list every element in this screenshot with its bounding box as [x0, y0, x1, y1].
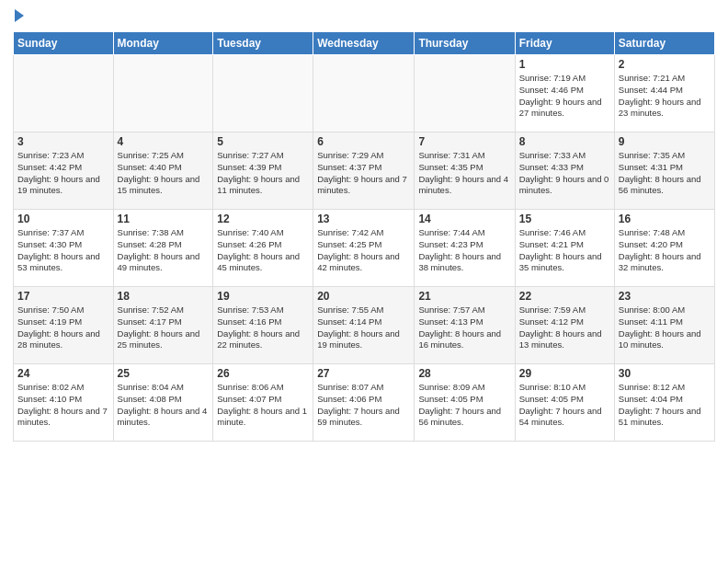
day-number: 4 — [118, 135, 210, 148]
calendar-cell: 7Sunrise: 7:31 AMSunset: 4:35 PMDaylight… — [415, 132, 515, 210]
calendar-cell — [113, 55, 213, 132]
calendar: SundayMondayTuesdayWednesdayThursdayFrid… — [13, 31, 715, 442]
calendar-cell — [415, 55, 515, 132]
day-info: Sunrise: 8:10 AMSunset: 4:05 PMDaylight:… — [519, 382, 610, 429]
day-number: 3 — [17, 135, 109, 148]
calendar-cell: 15Sunrise: 7:46 AMSunset: 4:21 PMDayligh… — [515, 210, 614, 287]
day-info: Sunrise: 8:00 AMSunset: 4:11 PMDaylight:… — [619, 304, 711, 351]
day-info: Sunrise: 8:12 AMSunset: 4:04 PMDaylight:… — [619, 382, 711, 429]
day-info: Sunrise: 8:02 AMSunset: 4:10 PMDaylight:… — [17, 382, 109, 429]
day-number: 13 — [317, 213, 410, 225]
calendar-cell: 25Sunrise: 8:04 AMSunset: 4:08 PMDayligh… — [113, 364, 213, 442]
day-info: Sunrise: 7:57 AMSunset: 4:13 PMDaylight:… — [418, 304, 510, 351]
day-number: 9 — [619, 135, 711, 148]
calendar-cell: 30Sunrise: 8:12 AMSunset: 4:04 PMDayligh… — [614, 364, 714, 442]
day-info: Sunrise: 7:59 AMSunset: 4:12 PMDaylight:… — [519, 304, 610, 351]
day-number: 26 — [217, 367, 309, 380]
day-number: 24 — [17, 367, 109, 380]
calendar-cell: 1Sunrise: 7:19 AMSunset: 4:46 PMDaylight… — [515, 55, 614, 132]
day-info: Sunrise: 7:37 AMSunset: 4:30 PMDaylight:… — [17, 227, 109, 274]
col-header-sunday: Sunday — [14, 32, 114, 55]
day-number: 29 — [519, 367, 610, 380]
calendar-cell — [14, 55, 114, 132]
day-number: 14 — [418, 213, 510, 225]
day-number: 10 — [17, 213, 109, 225]
day-info: Sunrise: 8:07 AMSunset: 4:06 PMDaylight:… — [317, 382, 410, 429]
day-number: 17 — [17, 290, 109, 303]
calendar-cell: 28Sunrise: 8:09 AMSunset: 4:05 PMDayligh… — [415, 364, 515, 442]
day-info: Sunrise: 7:25 AMSunset: 4:40 PMDaylight:… — [118, 150, 210, 197]
col-header-thursday: Thursday — [415, 32, 515, 55]
calendar-cell: 19Sunrise: 7:53 AMSunset: 4:16 PMDayligh… — [213, 287, 313, 364]
day-info: Sunrise: 7:27 AMSunset: 4:39 PMDaylight:… — [217, 150, 309, 197]
day-info: Sunrise: 7:35 AMSunset: 4:31 PMDaylight:… — [619, 150, 711, 197]
logo — [13, 9, 24, 26]
day-number: 23 — [619, 290, 711, 303]
day-number: 12 — [217, 213, 309, 225]
calendar-cell: 11Sunrise: 7:38 AMSunset: 4:28 PMDayligh… — [113, 210, 213, 287]
day-info: Sunrise: 7:21 AMSunset: 4:44 PMDaylight:… — [619, 73, 711, 120]
calendar-week-row: 3Sunrise: 7:23 AMSunset: 4:42 PMDaylight… — [14, 132, 715, 210]
day-info: Sunrise: 7:55 AMSunset: 4:14 PMDaylight:… — [317, 304, 410, 351]
calendar-cell: 3Sunrise: 7:23 AMSunset: 4:42 PMDaylight… — [14, 132, 114, 210]
day-number: 8 — [519, 135, 610, 148]
calendar-cell: 6Sunrise: 7:29 AMSunset: 4:37 PMDaylight… — [313, 132, 415, 210]
calendar-cell: 27Sunrise: 8:07 AMSunset: 4:06 PMDayligh… — [313, 364, 415, 442]
day-number: 25 — [118, 367, 210, 380]
calendar-cell: 10Sunrise: 7:37 AMSunset: 4:30 PMDayligh… — [14, 210, 114, 287]
day-info: Sunrise: 7:48 AMSunset: 4:20 PMDaylight:… — [619, 227, 711, 274]
col-header-tuesday: Tuesday — [213, 32, 313, 55]
calendar-cell: 26Sunrise: 8:06 AMSunset: 4:07 PMDayligh… — [213, 364, 313, 442]
day-info: Sunrise: 7:23 AMSunset: 4:42 PMDaylight:… — [17, 150, 109, 197]
calendar-cell: 14Sunrise: 7:44 AMSunset: 4:23 PMDayligh… — [415, 210, 515, 287]
day-number: 5 — [217, 135, 309, 148]
day-info: Sunrise: 7:38 AMSunset: 4:28 PMDaylight:… — [118, 227, 210, 274]
col-header-wednesday: Wednesday — [313, 32, 415, 55]
day-info: Sunrise: 7:31 AMSunset: 4:35 PMDaylight:… — [418, 150, 510, 197]
calendar-cell: 17Sunrise: 7:50 AMSunset: 4:19 PMDayligh… — [14, 287, 114, 364]
day-info: Sunrise: 8:09 AMSunset: 4:05 PMDaylight:… — [418, 382, 510, 429]
col-header-monday: Monday — [113, 32, 213, 55]
day-info: Sunrise: 8:04 AMSunset: 4:08 PMDaylight:… — [118, 382, 210, 429]
col-header-friday: Friday — [515, 32, 614, 55]
day-info: Sunrise: 7:33 AMSunset: 4:33 PMDaylight:… — [519, 150, 610, 197]
calendar-cell: 24Sunrise: 8:02 AMSunset: 4:10 PMDayligh… — [14, 364, 114, 442]
day-info: Sunrise: 7:52 AMSunset: 4:17 PMDaylight:… — [118, 304, 210, 351]
calendar-header-row: SundayMondayTuesdayWednesdayThursdayFrid… — [14, 32, 715, 55]
day-number: 1 — [519, 58, 610, 71]
calendar-cell: 8Sunrise: 7:33 AMSunset: 4:33 PMDaylight… — [515, 132, 614, 210]
day-number: 28 — [418, 367, 510, 380]
calendar-week-row: 1Sunrise: 7:19 AMSunset: 4:46 PMDaylight… — [14, 55, 715, 132]
day-number: 18 — [118, 290, 210, 303]
day-info: Sunrise: 8:06 AMSunset: 4:07 PMDaylight:… — [217, 382, 309, 429]
calendar-cell: 2Sunrise: 7:21 AMSunset: 4:44 PMDaylight… — [614, 55, 714, 132]
calendar-cell: 9Sunrise: 7:35 AMSunset: 4:31 PMDaylight… — [614, 132, 714, 210]
day-info: Sunrise: 7:29 AMSunset: 4:37 PMDaylight:… — [317, 150, 410, 197]
calendar-week-row: 17Sunrise: 7:50 AMSunset: 4:19 PMDayligh… — [14, 287, 715, 364]
day-number: 19 — [217, 290, 309, 303]
calendar-cell: 23Sunrise: 8:00 AMSunset: 4:11 PMDayligh… — [614, 287, 714, 364]
calendar-cell: 20Sunrise: 7:55 AMSunset: 4:14 PMDayligh… — [313, 287, 415, 364]
day-number: 11 — [118, 213, 210, 225]
day-number: 7 — [418, 135, 510, 148]
calendar-cell: 13Sunrise: 7:42 AMSunset: 4:25 PMDayligh… — [313, 210, 415, 287]
day-number: 30 — [619, 367, 711, 380]
calendar-cell: 21Sunrise: 7:57 AMSunset: 4:13 PMDayligh… — [415, 287, 515, 364]
calendar-cell: 29Sunrise: 8:10 AMSunset: 4:05 PMDayligh… — [515, 364, 614, 442]
calendar-cell — [213, 55, 313, 132]
day-number: 6 — [317, 135, 410, 148]
logo-arrow-icon — [15, 9, 24, 22]
calendar-week-row: 24Sunrise: 8:02 AMSunset: 4:10 PMDayligh… — [14, 364, 715, 442]
calendar-cell: 22Sunrise: 7:59 AMSunset: 4:12 PMDayligh… — [515, 287, 614, 364]
day-number: 27 — [317, 367, 410, 380]
day-info: Sunrise: 7:53 AMSunset: 4:16 PMDaylight:… — [217, 304, 309, 351]
day-info: Sunrise: 7:40 AMSunset: 4:26 PMDaylight:… — [217, 227, 309, 274]
calendar-cell — [313, 55, 415, 132]
day-number: 16 — [619, 213, 711, 225]
day-info: Sunrise: 7:46 AMSunset: 4:21 PMDaylight:… — [519, 227, 610, 274]
day-number: 20 — [317, 290, 410, 303]
day-number: 21 — [418, 290, 510, 303]
day-number: 22 — [519, 290, 610, 303]
day-number: 15 — [519, 213, 610, 225]
day-info: Sunrise: 7:44 AMSunset: 4:23 PMDaylight:… — [418, 227, 510, 274]
